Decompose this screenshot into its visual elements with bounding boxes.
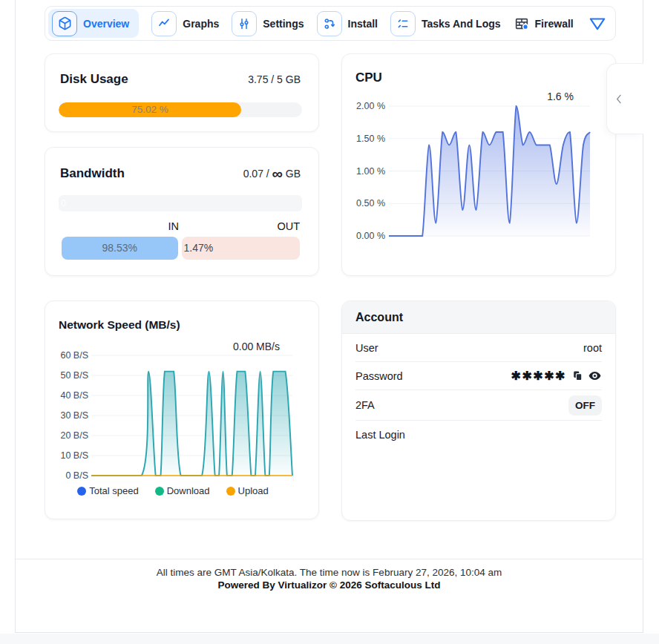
account-row-last-login: Last Login [355,421,602,449]
legend-label: Upload [238,485,269,496]
tab-settings-label: Settings [263,18,304,30]
nav-dropdown-caret[interactable] [586,14,609,33]
network-current-value: 0.00 MB/s [233,341,280,352]
firewall-icon [514,16,530,32]
account-header: Account [342,301,615,334]
copy-icon[interactable] [571,369,584,382]
bandwidth-in-bar: 98.53% [62,237,178,260]
infinity-symbol: ∞ [272,165,283,182]
tab-install[interactable]: Install [317,11,378,36]
chevron-left-icon [614,93,624,105]
disk-usage-value: 3.75 / 5 GB [248,73,301,85]
account-row-password: Password ✱✱✱✱✱ [355,362,602,390]
network-chart [91,355,292,476]
tab-install-label: Install [348,18,378,30]
bandwidth-value: 0.07 / ∞ GB [243,165,301,183]
footer-powered-by: Powered By Virtualizor © 2026 Softaculou… [15,579,643,591]
y-axis-tick-label: 10 B/S [53,450,88,461]
bandwidth-title: Bandwidth [60,166,125,181]
bandwidth-out-bar: 1.47% [182,237,301,260]
account-row-2fa: 2FA OFF [355,390,602,421]
settings-sliders-icon [232,11,257,36]
tab-graphs-label: Graphs [183,18,219,30]
disk-progress-track: 75.02 % [59,102,302,117]
user-label: User [355,342,378,354]
tab-overview[interactable]: Overview [48,9,139,38]
password-masked-value: ✱✱✱✱✱ [511,369,566,383]
y-axis-tick-label: 0 B/S [53,470,88,482]
y-axis-tick-label: 1.50 % [350,133,385,145]
bandwidth-in-label: IN [62,220,179,232]
tab-firewall[interactable]: Firewall [514,16,574,32]
bandwidth-card: Bandwidth 0.07 / ∞ GB 0 IN OUT 98.53% 1.… [45,147,319,276]
account-row-user: User root [355,334,602,362]
legend-dot [77,487,86,496]
y-axis-tick-label: 0.50 % [350,197,385,209]
y-axis-tick-label: 1.00 % [350,165,385,177]
show-password-eye-icon[interactable] [588,369,602,383]
graphs-icon [151,11,177,36]
bandwidth-out-label: OUT [183,220,300,232]
tab-tasks-and-logs[interactable]: Tasks And Logs [390,11,501,36]
tab-firewall-label: Firewall [535,18,574,30]
tab-settings[interactable]: Settings [232,11,304,36]
navbar: Overview Graphs Settings Install Tasks A… [45,6,616,41]
bandwidth-total-bar: 0 [59,195,302,211]
y-axis-tick-label: 60 B/S [53,349,88,361]
legend-dot [155,487,164,496]
tasks-and-logs-icon [390,11,416,36]
2fa-label: 2FA [355,399,375,411]
y-axis-tick-label: 50 B/S [53,369,88,381]
footer-divider [16,559,643,559]
legend-item: Total speed [77,485,139,496]
y-axis-tick-label: 2.00 % [350,100,385,112]
tab-tasks-and-logs-label: Tasks And Logs [422,18,501,30]
y-axis-tick-label: 0.00 % [350,230,385,242]
network-speed-card: Network Speed (MB/s) 0.00 MB/s Total spe… [45,300,319,519]
cpu-title: CPU [342,54,615,85]
y-axis-tick-label: 40 B/S [53,390,88,401]
last-login-label: Last Login [355,429,405,441]
disk-usage-title: Disk Usage [60,72,128,87]
2fa-off-badge[interactable]: OFF [568,395,602,415]
user-value: root [583,342,602,354]
install-icon [317,11,342,36]
cpu-card: CPU 1.6 % 2.00 %1.50 %1.00 %0.50 %0.00 % [341,53,616,276]
legend-dot [226,487,235,496]
caret-down-icon [586,14,609,33]
tab-graphs[interactable]: Graphs [151,11,219,36]
legend-label: Download [167,485,210,496]
tab-overview-label: Overview [83,18,129,30]
cpu-chart [389,106,590,236]
footer-timezone-text: All times are GMT Asia/Kolkata. The time… [15,567,643,578]
password-label: Password [355,370,403,382]
network-legend: Total speedDownloadUpload [36,485,309,496]
account-card: Account User root Password ✱✱✱✱✱ 2FA OFF… [341,300,616,521]
y-axis-tick-label: 20 B/S [53,430,88,441]
cpu-current-value: 1.6 % [547,91,574,102]
legend-label: Total speed [89,485,139,496]
y-axis-tick-label: 30 B/S [53,410,88,421]
bottom-strip [0,634,659,644]
legend-item: Download [155,485,210,496]
network-speed-title: Network Speed (MB/s) [45,301,318,332]
legend-item: Upload [226,485,269,496]
disk-usage-card: Disk Usage 3.75 / 5 GB 75.02 % [45,53,319,132]
overview-box-icon [52,11,77,36]
disk-progress-fill: 75.02 % [59,102,241,117]
side-drawer-handle[interactable] [606,63,643,134]
